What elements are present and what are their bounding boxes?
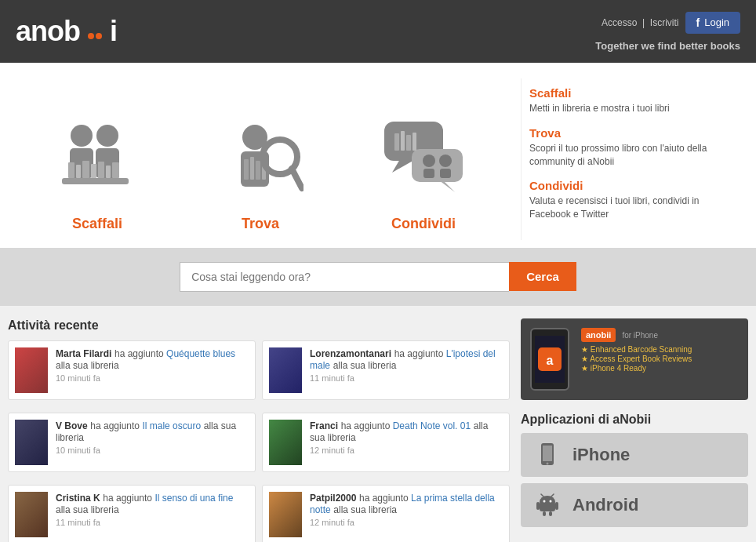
activity-time-r2: 12 minuti fa (310, 518, 503, 527)
activity-item-r1: Franci ha aggiunto Death Note vol. 01 al… (262, 413, 510, 472)
svg-point-2 (96, 125, 118, 147)
svg-rect-29 (401, 131, 405, 151)
activity-time-0: 10 minuti fa (56, 373, 249, 383)
activity-text-2: Cristina K ha aggiunto Il senso di una f… (56, 492, 249, 537)
iscriviti-link[interactable]: Iscriviti (650, 17, 679, 28)
header: anob i Accesso | Iscriviti f Login Toget… (0, 0, 756, 63)
activity-item-0: Marta Filardi ha aggiunto Quéquette blue… (8, 340, 256, 400)
activity-user-r0: Lorenzamontanari (310, 348, 391, 359)
logo-area: anob i (16, 15, 117, 48)
header-right: Accesso | Iscriviti f Login Together we … (595, 12, 740, 52)
hero-section: Scaffali Trova (0, 63, 756, 248)
activity-user-r2: Patpil2000 (310, 493, 356, 504)
banner-for-label: for iPhone (622, 331, 658, 340)
activity-text-r1: Franci ha aggiunto Death Note vol. 01 al… (310, 420, 503, 465)
info-trova-desc: Scopri il tuo prossimo libro con l'aiuto… (529, 142, 740, 169)
activity-item-1: V Bove ha aggiunto Il male oscuro alla s… (8, 413, 256, 472)
info-scaffali: Scaffali Metti in libreria e mostra i tu… (529, 86, 740, 115)
iphone-banner: a anobii for iPhone Enhanced Barcode Sca… (521, 318, 748, 400)
book-thumb-2 (15, 492, 48, 537)
book-thumb-0 (15, 347, 48, 393)
hero-item-trova[interactable]: Trova (217, 114, 303, 232)
svg-rect-30 (406, 135, 411, 151)
activity-action-r1: ha aggiunto (341, 420, 393, 431)
activity-time-2: 11 minuti fa (56, 518, 249, 527)
svg-point-36 (547, 462, 549, 464)
search-button[interactable]: Cerca (509, 262, 576, 291)
hero-info: Scaffali Metti in libreria e mostra i tu… (521, 78, 756, 240)
svg-rect-8 (91, 164, 96, 178)
svg-rect-31 (413, 133, 416, 151)
activity-title: Attività recente (8, 318, 510, 333)
banner-logo-box: anobii (581, 328, 616, 342)
svg-line-45 (541, 494, 543, 497)
banner-feature-1: Access Expert Book Reviews (581, 355, 739, 363)
svg-rect-11 (112, 162, 119, 178)
fb-login-button[interactable]: f Login (685, 12, 740, 34)
logo-dot-1 (88, 33, 94, 39)
iphone-app-button[interactable]: iPhone (521, 433, 748, 477)
svg-rect-41 (543, 511, 546, 516)
book-thumb-r2 (269, 492, 302, 537)
svg-rect-28 (394, 133, 399, 151)
svg-rect-9 (98, 162, 104, 178)
svg-line-46 (551, 494, 554, 497)
svg-rect-25 (423, 169, 434, 178)
activity-text-0: Marta Filardi ha aggiunto Quéquette blue… (56, 347, 249, 393)
apps-section: Applicazioni di aNobii iPhone (521, 413, 748, 527)
activity-book-0[interactable]: Quéquette blues (166, 348, 235, 359)
svg-rect-7 (82, 161, 89, 178)
trova-label: Trova (242, 216, 279, 232)
hero-item-condividi[interactable]: Condividi (380, 114, 467, 232)
info-condividi-desc: Valuta e recensisci i tuoi libri, condiv… (529, 195, 740, 221)
svg-rect-6 (76, 165, 81, 178)
anobii-app-icon: a (538, 347, 562, 371)
svg-rect-39 (536, 502, 540, 510)
activity-grid: Marta Filardi ha aggiunto Quéquette blue… (8, 340, 510, 542)
accesso-iscriviti: Accesso | Iscriviti (602, 17, 679, 28)
activity-item-r0: Lorenzamontanari ha aggiunto L'ipotesi d… (262, 340, 510, 400)
svg-rect-5 (68, 162, 75, 178)
banner-content: anobii for iPhone Enhanced Barcode Scann… (581, 328, 739, 373)
accesso-link[interactable]: Accesso (602, 17, 637, 28)
book-thumb-1 (15, 420, 48, 465)
activity-book-1[interactable]: Il male oscuro (142, 420, 201, 431)
svg-rect-27 (440, 169, 451, 178)
search-input[interactable] (180, 262, 509, 292)
iphone-image-area: a (530, 328, 573, 391)
android-app-button[interactable]: Android (521, 483, 748, 527)
activity-action-2: ha aggiunto (103, 493, 154, 504)
activity-action-0: ha aggiunto (114, 348, 166, 359)
svg-rect-10 (106, 166, 111, 178)
svg-point-0 (71, 125, 93, 147)
info-condividi: Condividi Valuta e recensisci i tuoi lib… (529, 179, 740, 221)
iphone-icon (533, 441, 562, 469)
search-bar: Cerca (0, 248, 756, 306)
activity-text-1: V Bove ha aggiunto Il male oscuro alla s… (56, 420, 249, 465)
info-scaffali-desc: Metti in libreria e mostra i tuoi libri (529, 102, 740, 115)
activity-time-1: 10 minuti fa (56, 446, 249, 455)
activity-section: Attività recente Marta Filardi ha aggiun… (8, 318, 521, 542)
activity-book-2[interactable]: Il senso di una fine (154, 493, 233, 504)
activity-book-r1[interactable]: Death Note vol. 01 (393, 420, 471, 431)
info-scaffali-title: Scaffali (529, 86, 740, 100)
book-thumb-r1 (269, 420, 302, 465)
apps-title: Applicazioni di aNobii (521, 413, 748, 427)
activity-suffix-r0: alla sua libreria (333, 360, 397, 371)
fb-login-label: Login (704, 16, 729, 28)
activity-text-r2: Patpil2000 ha aggiunto La prima stella d… (310, 492, 503, 537)
logo-dot-2 (96, 33, 102, 39)
svg-rect-16 (256, 161, 260, 180)
svg-point-26 (439, 155, 452, 167)
hero-item-scaffali[interactable]: Scaffali (54, 114, 140, 232)
facebook-icon: f (696, 16, 700, 29)
svg-rect-42 (549, 511, 552, 516)
tagline: Together we find better books (595, 40, 740, 52)
activity-action-r2: ha aggiunto (359, 493, 411, 504)
activity-text-r0: Lorenzamontanari ha aggiunto L'ipotesi d… (310, 347, 503, 393)
svg-line-19 (292, 169, 302, 188)
activity-right-col: Lorenzamontanari ha aggiunto L'ipotesi d… (262, 340, 510, 542)
banner-for-iphone: for iPhone (622, 329, 658, 340)
android-label: Android (572, 495, 638, 515)
activity-user-0: Marta Filardi (56, 348, 111, 359)
